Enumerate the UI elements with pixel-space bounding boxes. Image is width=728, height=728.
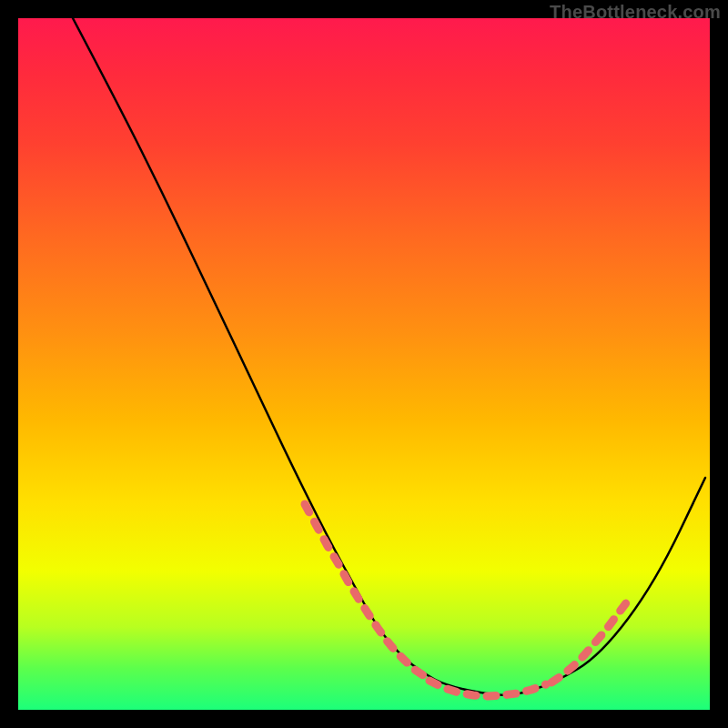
chart-frame xyxy=(18,18,710,710)
chart-background-gradient xyxy=(18,18,710,710)
watermark-text: TheBottleneck.com xyxy=(550,2,721,23)
